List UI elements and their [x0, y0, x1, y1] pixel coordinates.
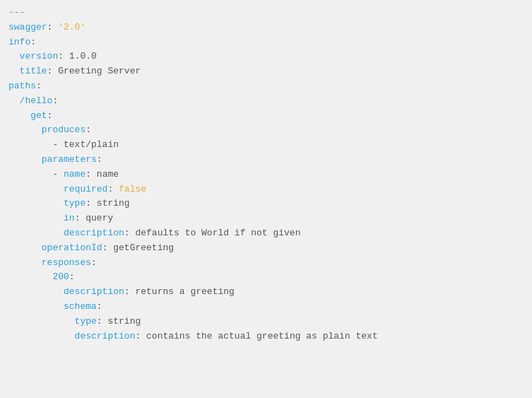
code-line: parameters: [8, 153, 524, 168]
code-line: 200: [8, 270, 524, 285]
code-token: 1.0.0 [69, 49, 97, 64]
code-token: : [97, 153, 102, 168]
code-token: 200 [8, 270, 69, 285]
code-line: schema: [8, 300, 524, 315]
code-token: false [119, 182, 146, 197]
code-token: : [69, 270, 75, 285]
code-token: string [97, 197, 130, 211]
code-token: type [8, 315, 97, 329]
code-line: type: string [8, 197, 524, 211]
code-token: : [30, 35, 36, 50]
code-editor: ---swagger: '2.0'info: version: 1.0.0 ti… [0, 0, 532, 398]
code-lines: ---swagger: '2.0'info: version: 1.0.0 ti… [8, 6, 524, 344]
code-token: description [8, 226, 124, 241]
code-line: info: [8, 35, 524, 50]
code-token: getGreeting [113, 241, 174, 256]
code-token: /hello [8, 94, 52, 109]
code-line: - name: name [8, 168, 524, 182]
code-line: paths: [8, 79, 524, 94]
code-line: required: false [8, 182, 524, 197]
code-token: : [124, 285, 136, 300]
code-token: : [52, 94, 58, 109]
code-token: in [8, 211, 75, 226]
code-token: operationId [8, 241, 102, 256]
code-token: - [8, 168, 64, 182]
code-token: version [8, 49, 58, 64]
code-token: title [8, 64, 47, 79]
code-line: - text/plain [8, 138, 524, 153]
code-token: name [97, 168, 119, 182]
code-token: - text/plain [8, 138, 119, 153]
code-token: : [91, 256, 97, 271]
code-token: contains the actual greeting as plain te… [146, 329, 378, 344]
code-token: : [124, 226, 136, 241]
code-line: type: string [8, 315, 524, 329]
code-token: returns a greeting [135, 285, 234, 300]
code-line: title: Greeting Server [8, 64, 524, 79]
code-line: produces: [8, 123, 524, 138]
code-token: responses [8, 256, 91, 271]
code-token: : [85, 123, 91, 138]
code-token: : [85, 197, 97, 211]
code-line: --- [8, 6, 524, 21]
code-token: parameters [8, 153, 97, 168]
code-token: : [47, 109, 53, 124]
code-token: : [75, 211, 86, 226]
code-token: produces [8, 123, 85, 138]
code-token: : [58, 49, 69, 64]
code-line: description: contains the actual greetin… [8, 329, 524, 344]
code-token: name [64, 168, 85, 182]
code-token: '2.0' [58, 21, 85, 35]
code-token: type [8, 197, 85, 211]
code-line: version: 1.0.0 [8, 49, 524, 64]
code-token: description [8, 329, 135, 344]
code-line: description: returns a greeting [8, 285, 524, 300]
code-token: : [97, 315, 108, 329]
code-token: swagger [8, 21, 47, 35]
code-line: in: query [8, 211, 524, 226]
code-token: : [97, 300, 102, 315]
code-token: description [8, 285, 124, 300]
code-token: required [8, 182, 107, 197]
code-token: --- [8, 6, 25, 21]
code-token: info [8, 35, 30, 50]
code-line: swagger: '2.0' [8, 21, 524, 35]
code-token: Greeting Server [58, 64, 141, 79]
code-token: : [135, 329, 146, 344]
code-token: paths [8, 79, 36, 94]
code-line: /hello: [8, 94, 524, 109]
code-token: : [107, 182, 119, 197]
code-token: defaults to World if not given [135, 226, 300, 241]
code-token: : [47, 21, 59, 35]
code-token: schema [8, 300, 97, 315]
code-token: : [47, 64, 59, 79]
code-token: : [36, 79, 42, 94]
code-token: : [102, 241, 114, 256]
code-token: query [85, 211, 113, 226]
code-token: : [85, 168, 97, 182]
code-line: get: [8, 109, 524, 124]
code-line: description: defaults to World if not gi… [8, 226, 524, 241]
code-line: responses: [8, 256, 524, 271]
code-token: string [107, 315, 141, 329]
code-token: get [8, 109, 47, 124]
code-line: operationId: getGreeting [8, 241, 524, 256]
